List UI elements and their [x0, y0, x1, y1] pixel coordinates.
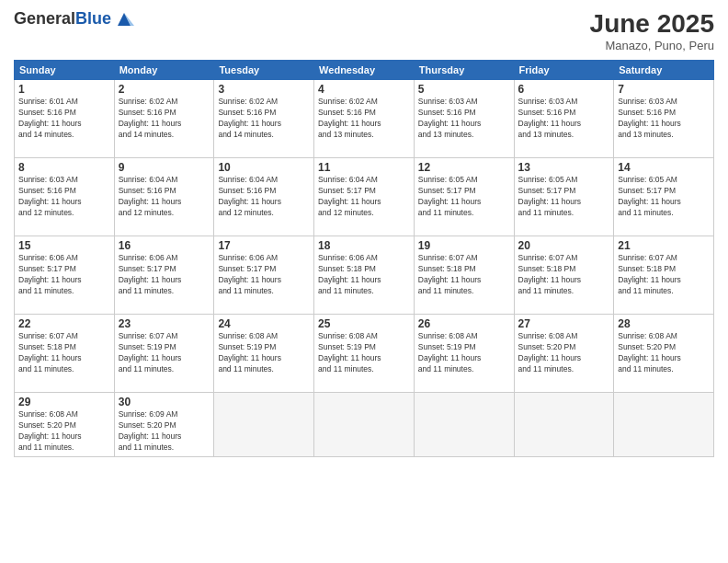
- day-7: 7 Sunrise: 6:03 AMSunset: 5:16 PMDayligh…: [614, 80, 714, 158]
- location: Manazo, Puno, Peru: [590, 39, 714, 52]
- day-10: 10 Sunrise: 6:04 AMSunset: 5:16 PMDaylig…: [214, 158, 314, 236]
- day-18: 18 Sunrise: 6:06 AMSunset: 5:18 PMDaylig…: [314, 236, 415, 315]
- day-29: 29 Sunrise: 6:08 AMSunset: 5:20 PMDaylig…: [15, 393, 115, 457]
- logo-icon: [114, 9, 134, 29]
- day-11: 11 Sunrise: 6:04 AMSunset: 5:17 PMDaylig…: [314, 158, 415, 236]
- day-19: 19 Sunrise: 6:07 AMSunset: 5:18 PMDaylig…: [414, 236, 514, 315]
- day-24: 24 Sunrise: 6:08 AMSunset: 5:19 PMDaylig…: [214, 315, 314, 393]
- header-saturday: Saturday: [614, 61, 714, 80]
- week-row-2: 8 Sunrise: 6:03 AMSunset: 5:16 PMDayligh…: [15, 158, 714, 236]
- day-25: 25 Sunrise: 6:08 AMSunset: 5:19 PMDaylig…: [314, 315, 415, 393]
- week-row-3: 15 Sunrise: 6:06 AMSunset: 5:17 PMDaylig…: [15, 236, 714, 315]
- logo: GeneralBlue: [14, 9, 134, 29]
- day-5: 5 Sunrise: 6:03 AMSunset: 5:16 PMDayligh…: [414, 80, 514, 158]
- header-friday: Friday: [514, 61, 614, 80]
- logo-blue-text: Blue: [75, 9, 111, 28]
- empty-3: [414, 393, 514, 457]
- page: GeneralBlue June 2025 Manazo, Puno, Peru…: [0, 0, 728, 563]
- header-wednesday: Wednesday: [314, 61, 415, 80]
- header: GeneralBlue June 2025 Manazo, Puno, Peru: [14, 9, 714, 52]
- day-26: 26 Sunrise: 6:08 AMSunset: 5:19 PMDaylig…: [414, 315, 514, 393]
- day-13: 13 Sunrise: 6:05 AMSunset: 5:17 PMDaylig…: [514, 158, 614, 236]
- weekday-header-row: Sunday Monday Tuesday Wednesday Thursday…: [15, 61, 714, 80]
- day-2: 2 Sunrise: 6:02 AMSunset: 5:16 PMDayligh…: [114, 80, 214, 158]
- day-4: 4 Sunrise: 6:02 AMSunset: 5:16 PMDayligh…: [314, 80, 415, 158]
- title-block: June 2025 Manazo, Puno, Peru: [590, 9, 714, 52]
- day-8: 8 Sunrise: 6:03 AMSunset: 5:16 PMDayligh…: [15, 158, 115, 236]
- empty-2: [314, 393, 415, 457]
- month-title: June 2025: [590, 9, 714, 39]
- day-17: 17 Sunrise: 6:06 AMSunset: 5:17 PMDaylig…: [214, 236, 314, 315]
- calendar-table: Sunday Monday Tuesday Wednesday Thursday…: [14, 60, 714, 457]
- day-23: 23 Sunrise: 6:07 AMSunset: 5:19 PMDaylig…: [114, 315, 214, 393]
- week-row-4: 22 Sunrise: 6:07 AMSunset: 5:18 PMDaylig…: [15, 315, 714, 393]
- header-tuesday: Tuesday: [214, 61, 314, 80]
- empty-4: [514, 393, 614, 457]
- header-thursday: Thursday: [414, 61, 514, 80]
- day-14: 14 Sunrise: 6:05 AMSunset: 5:17 PMDaylig…: [614, 158, 714, 236]
- empty-5: [614, 393, 714, 457]
- week-row-1: 1 Sunrise: 6:01 AMSunset: 5:16 PMDayligh…: [15, 80, 714, 158]
- day-27: 27 Sunrise: 6:08 AMSunset: 5:20 PMDaylig…: [514, 315, 614, 393]
- day-15: 15 Sunrise: 6:06 AMSunset: 5:17 PMDaylig…: [15, 236, 115, 315]
- day-3: 3 Sunrise: 6:02 AMSunset: 5:16 PMDayligh…: [214, 80, 314, 158]
- day-9: 9 Sunrise: 6:04 AMSunset: 5:16 PMDayligh…: [114, 158, 214, 236]
- day-12: 12 Sunrise: 6:05 AMSunset: 5:17 PMDaylig…: [414, 158, 514, 236]
- day-1: 1 Sunrise: 6:01 AMSunset: 5:16 PMDayligh…: [15, 80, 115, 158]
- day-22: 22 Sunrise: 6:07 AMSunset: 5:18 PMDaylig…: [15, 315, 115, 393]
- logo-general-text: General: [14, 9, 75, 28]
- day-16: 16 Sunrise: 6:06 AMSunset: 5:17 PMDaylig…: [114, 236, 214, 315]
- day-30: 30 Sunrise: 6:09 AMSunset: 5:20 PMDaylig…: [114, 393, 214, 457]
- header-sunday: Sunday: [15, 61, 115, 80]
- empty-1: [214, 393, 314, 457]
- week-row-5: 29 Sunrise: 6:08 AMSunset: 5:20 PMDaylig…: [15, 393, 714, 457]
- day-20: 20 Sunrise: 6:07 AMSunset: 5:18 PMDaylig…: [514, 236, 614, 315]
- day-21: 21 Sunrise: 6:07 AMSunset: 5:18 PMDaylig…: [614, 236, 714, 315]
- day-28: 28 Sunrise: 6:08 AMSunset: 5:20 PMDaylig…: [614, 315, 714, 393]
- day-6: 6 Sunrise: 6:03 AMSunset: 5:16 PMDayligh…: [514, 80, 614, 158]
- header-monday: Monday: [114, 61, 214, 80]
